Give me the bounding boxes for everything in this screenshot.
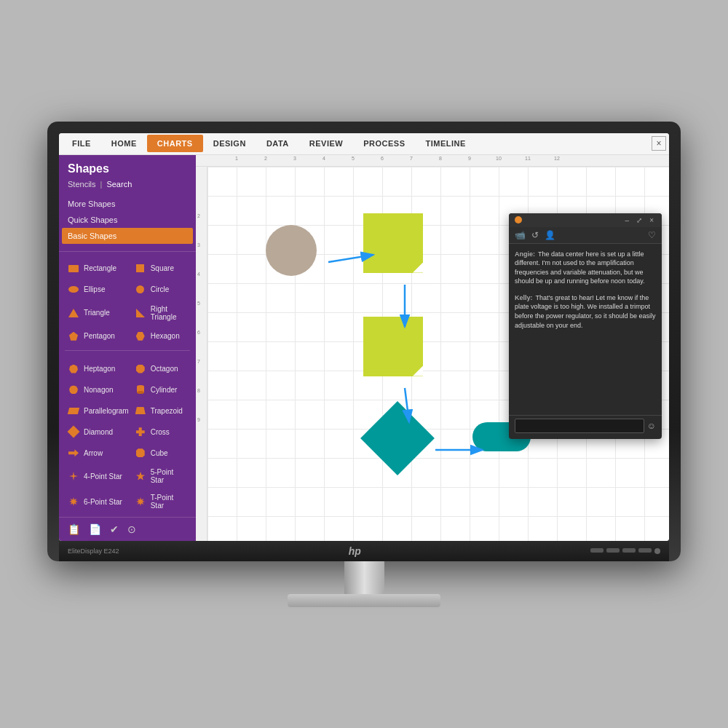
ruler-h-label-12: 12 xyxy=(554,156,560,161)
ruler-h-label-10: 10 xyxy=(496,156,502,161)
check-icon[interactable]: ✔ xyxy=(110,523,119,535)
heart-icon[interactable]: ♡ xyxy=(648,230,656,240)
shape-triangle-label: Triangle xyxy=(84,309,110,317)
ruler-v-label-9: 9 xyxy=(197,417,200,422)
shape-trapezoid[interactable]: Trapezoid xyxy=(132,401,190,421)
menu-file[interactable]: FILE xyxy=(62,135,101,152)
shape-5star[interactable]: 5-Point Star xyxy=(132,464,190,488)
shape-rectangle-label: Rectangle xyxy=(84,264,116,272)
square-icon xyxy=(136,264,144,272)
menu-data[interactable]: DATA xyxy=(256,135,299,152)
monitor-label: EliteDisplay E242 xyxy=(68,547,119,555)
refresh-icon[interactable]: ↺ xyxy=(531,230,539,240)
trapezoid-icon xyxy=(135,407,146,414)
shape-square-label: Square xyxy=(151,264,174,272)
sidebar: Shapes Stencils | Search More Shapes Qui… xyxy=(59,155,196,541)
shape-7star[interactable]: T-Point Star xyxy=(132,490,190,514)
settings-icon[interactable]: ⊙ xyxy=(127,523,136,535)
monitor-btn-4[interactable] xyxy=(638,548,652,553)
shape-octagon[interactable]: Octagon xyxy=(132,359,190,379)
emoji-button[interactable]: ☺ xyxy=(647,421,656,431)
shape-cylinder[interactable]: Cylinder xyxy=(132,380,190,400)
shape-rectangle[interactable]: Rectangle xyxy=(65,259,132,279)
shape-right-triangle-label: Right Triangle xyxy=(151,305,187,321)
ruler-v-label-5: 5 xyxy=(197,301,200,306)
shape-heptagon[interactable]: Heptagon xyxy=(65,359,132,379)
shape-triangle[interactable]: Triangle xyxy=(65,301,132,325)
monitor-power-button[interactable] xyxy=(654,548,660,554)
sidebar-navigation: More Shapes Quick Shapes Basic Shapes xyxy=(59,193,196,247)
menu-charts[interactable]: CHARTS xyxy=(147,135,203,152)
chat-minimize-button[interactable]: – xyxy=(623,216,632,224)
shape-6star[interactable]: 6-Point Star xyxy=(65,490,132,514)
chat-maximize-button[interactable]: ⤢ xyxy=(634,216,644,224)
search-link[interactable]: Search xyxy=(106,180,132,189)
sidebar-more-shapes[interactable]: More Shapes xyxy=(59,196,196,212)
shape-hexagon[interactable]: Hexagon xyxy=(132,326,190,346)
shape-cross[interactable]: Cross xyxy=(132,422,190,442)
monitor-bottom-bar: EliteDisplay E242 hp xyxy=(59,541,669,561)
flowchart-oval[interactable] xyxy=(266,225,317,276)
shape-pentagon-label: Pentagon xyxy=(84,332,115,340)
monitor-frame: FILE HOME CHARTS DESIGN DATA REVIEW PROC… xyxy=(0,0,728,728)
octagon-icon xyxy=(136,365,145,373)
chat-toolbar: 📹 ↺ 👤 ♡ xyxy=(509,227,662,244)
shape-pentagon[interactable]: Pentagon xyxy=(65,326,132,346)
monitor-stand-neck xyxy=(344,561,384,594)
menu-review[interactable]: REVIEW xyxy=(299,135,353,152)
shape-circle[interactable]: Circle xyxy=(132,280,190,299)
6-point-star-icon xyxy=(69,497,78,506)
shape-square[interactable]: Square xyxy=(132,259,190,279)
list-icon[interactable]: 📄 xyxy=(89,523,101,535)
cylinder-icon xyxy=(136,384,145,395)
menu-design[interactable]: DESIGN xyxy=(203,135,256,152)
contact-icon[interactable]: 👤 xyxy=(545,230,555,240)
shape-ellipse[interactable]: Ellipse xyxy=(65,280,132,299)
nonagon-icon xyxy=(69,385,78,394)
flowchart-rect1[interactable] xyxy=(363,213,423,273)
sidebar-quick-shapes[interactable]: Quick Shapes xyxy=(59,212,196,228)
canvas-area[interactable]: 1 2 3 4 5 6 7 8 9 10 11 12 xyxy=(196,155,669,541)
shape-4star-label: 4-Point Star xyxy=(84,472,122,480)
pentagon-icon xyxy=(69,332,78,341)
chat-text-2: That's great to hear! Let me know if the… xyxy=(515,294,656,329)
monitor-btn-1[interactable] xyxy=(590,548,604,553)
chat-status-dot xyxy=(515,216,522,223)
shape-cube[interactable]: Cube xyxy=(132,443,190,463)
chat-sender-2: Kelly: xyxy=(515,294,533,301)
rectangle-icon xyxy=(68,265,79,272)
shapes-grid: Rectangle Square Ellipse xyxy=(59,256,196,517)
flowchart-rect2[interactable] xyxy=(363,317,423,376)
close-button[interactable]: × xyxy=(652,136,666,151)
shape-4star[interactable]: 4-Point Star xyxy=(65,464,132,488)
triangle-icon xyxy=(68,309,79,317)
shape-5star-label: 5-Point Star xyxy=(151,468,187,484)
sidebar-basic-shapes[interactable]: Basic Shapes xyxy=(62,228,193,244)
chat-close-button[interactable]: × xyxy=(647,216,656,224)
menu-home[interactable]: HOME xyxy=(101,135,147,152)
monitor-btn-2[interactable] xyxy=(606,548,620,553)
menu-process[interactable]: PROCESS xyxy=(353,135,415,152)
ruler-h-label-6: 6 xyxy=(381,156,384,161)
shape-parallelogram[interactable]: Parallelogram xyxy=(65,401,132,421)
stencils-link[interactable]: Stencils xyxy=(68,180,96,189)
cross-icon xyxy=(136,427,145,436)
monitor-btn-3[interactable] xyxy=(622,548,636,553)
circle-icon xyxy=(136,285,144,293)
chat-input[interactable] xyxy=(515,419,644,433)
shape-diamond[interactable]: Diamond xyxy=(65,422,132,442)
7-point-star-icon xyxy=(136,497,145,506)
ruler-h-label-4: 4 xyxy=(323,156,325,161)
shape-hexagon-label: Hexagon xyxy=(151,332,180,340)
ruler-h-label-7: 7 xyxy=(410,156,413,161)
video-icon[interactable]: 📹 xyxy=(515,230,526,240)
ruler-vertical: 2 3 4 5 6 7 8 9 xyxy=(196,167,207,541)
monitor-controls xyxy=(590,548,660,554)
menu-timeline[interactable]: TIMELINE xyxy=(416,135,476,152)
shape-right-triangle[interactable]: Right Triangle xyxy=(132,301,190,325)
shape-arrow[interactable]: Arrow xyxy=(65,443,132,463)
shape-nonagon[interactable]: Nonagon xyxy=(65,380,132,400)
clipboard-icon[interactable]: 📋 xyxy=(68,523,80,535)
shape-ellipse-label: Ellipse xyxy=(84,285,105,293)
ruler-v-label-2: 2 xyxy=(197,213,200,218)
